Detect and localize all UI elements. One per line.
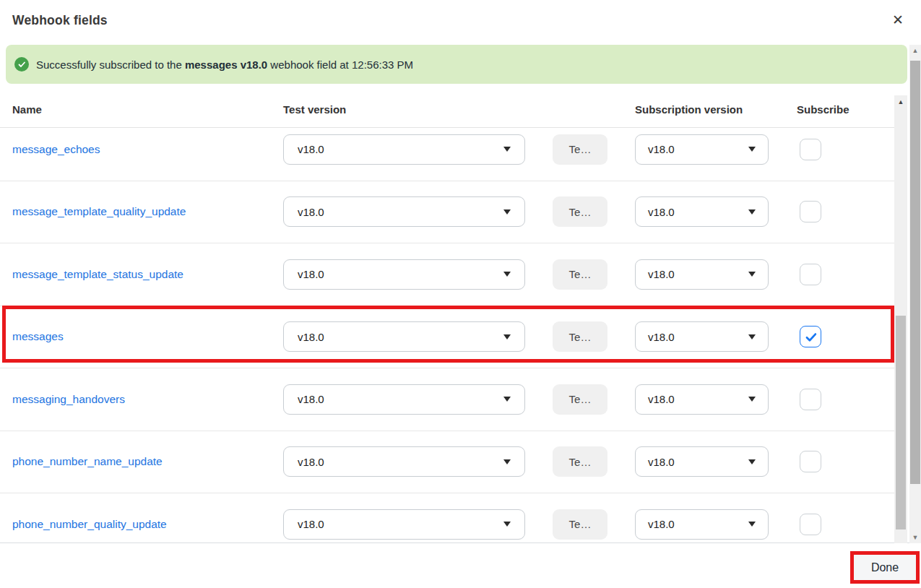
test-version-select[interactable]: v18.0 [283,321,525,352]
test-version-value: v18.0 [298,268,503,280]
table-row: message_template_status_update v18.0 Te…… [0,243,894,306]
chevron-down-icon [503,209,511,215]
dialog-scrollbar-thumb[interactable] [910,61,920,484]
table-row: message_template_quality_update v18.0 Te… [0,181,894,244]
test-version-value: v18.0 [298,331,503,343]
success-banner: Successfully subscribed to the messages … [6,45,907,84]
table-row: phone_number_quality_update v18.0 Te… v1… [0,493,894,543]
test-button[interactable]: Te… [553,321,607,352]
table-scrollbar: ▲ [894,95,907,543]
scroll-up-icon[interactable]: ▲ [894,98,907,105]
test-version-value: v18.0 [298,143,503,155]
field-name-link[interactable]: message_echoes [12,143,100,156]
test-version-value: v18.0 [298,393,503,405]
annotation-box-done-button: Done [850,551,920,584]
test-version-value: v18.0 [298,518,503,530]
column-header-subscribe: Subscribe [797,103,849,116]
chevron-down-icon [748,272,756,277]
chevron-down-icon [748,397,756,402]
column-header-test-version: Test version [283,103,346,116]
test-version-select[interactable]: v18.0 [283,509,525,540]
test-version-value: v18.0 [298,206,503,218]
dialog-scrollbar: ▲ ▼ [909,45,921,543]
chevron-down-icon [503,397,511,402]
field-name-link[interactable]: phone_number_quality_update [12,518,167,531]
subscription-version-select[interactable]: v18.0 [635,134,769,165]
table-body: message_echoes v18.0 Te… v18.0 message_t… [0,128,894,543]
subscription-version-select[interactable]: v18.0 [635,509,769,540]
subscription-version-select[interactable]: v18.0 [635,196,769,227]
chevron-down-icon [748,209,756,215]
table-row: messages v18.0 Te… v18.0 [0,306,894,369]
subscribe-checkbox[interactable] [800,451,821,472]
chevron-down-icon [748,147,756,152]
test-button[interactable]: Te… [553,134,607,165]
test-button[interactable]: Te… [553,196,607,227]
subscription-version-value: v18.0 [648,143,748,155]
subscribe-checkbox[interactable] [800,201,821,222]
success-banner-text: Successfully subscribed to the messages … [36,59,413,71]
test-version-select[interactable]: v18.0 [283,446,525,477]
subscription-version-value: v18.0 [648,518,748,530]
subscribe-checkbox[interactable] [800,264,821,285]
table-row: phone_number_name_update v18.0 Te… v18.0 [0,431,894,494]
dialog-title: Webhook fields [12,13,108,28]
subscribe-checkbox[interactable] [800,326,821,347]
subscription-version-value: v18.0 [648,268,748,280]
field-name-link[interactable]: phone_number_name_update [12,455,163,468]
chevron-down-icon [503,334,511,340]
test-button[interactable]: Te… [553,259,607,290]
chevron-down-icon [503,522,511,527]
subscribe-checkbox[interactable] [800,514,821,535]
close-icon[interactable]: ✕ [889,12,907,29]
test-version-select[interactable]: v18.0 [283,259,525,290]
test-button[interactable]: Te… [553,509,607,540]
chevron-down-icon [503,272,511,277]
test-button[interactable]: Te… [553,446,607,477]
table-row: message_echoes v18.0 Te… v18.0 [0,128,894,181]
scroll-down-icon[interactable]: ▼ [909,534,921,541]
field-name-link[interactable]: message_template_status_update [12,268,183,281]
subscription-version-select[interactable]: v18.0 [635,321,769,352]
test-button[interactable]: Te… [553,384,607,415]
subscription-version-value: v18.0 [648,206,748,218]
field-name-link[interactable]: messaging_handovers [12,393,125,406]
chevron-down-icon [748,334,756,340]
test-version-select[interactable]: v18.0 [283,384,525,415]
scroll-up-icon[interactable]: ▲ [909,47,921,54]
field-name-link[interactable]: message_template_quality_update [12,205,186,218]
field-name-link[interactable]: messages [12,330,64,343]
test-version-value: v18.0 [298,456,503,468]
column-header-name: Name [12,103,42,116]
footer-divider [0,542,921,543]
chevron-down-icon [503,459,511,464]
column-header-subscription-version: Subscription version [635,103,743,116]
table-scrollbar-thumb[interactable] [896,316,906,529]
table-row: messaging_handovers v18.0 Te… v18.0 [0,368,894,431]
success-check-icon [14,57,29,72]
subscription-version-select[interactable]: v18.0 [635,259,769,290]
subscription-version-value: v18.0 [648,456,748,468]
subscription-version-value: v18.0 [648,331,748,343]
done-button[interactable]: Done [854,555,916,580]
subscription-version-select[interactable]: v18.0 [635,446,769,477]
chevron-down-icon [748,522,756,527]
subscribe-checkbox[interactable] [800,139,821,160]
subscription-version-select[interactable]: v18.0 [635,384,769,415]
subscription-version-value: v18.0 [648,393,748,405]
test-version-select[interactable]: v18.0 [283,196,525,227]
subscribe-checkbox[interactable] [800,389,821,410]
chevron-down-icon [748,459,756,464]
test-version-select[interactable]: v18.0 [283,134,525,165]
chevron-down-icon [503,147,511,152]
